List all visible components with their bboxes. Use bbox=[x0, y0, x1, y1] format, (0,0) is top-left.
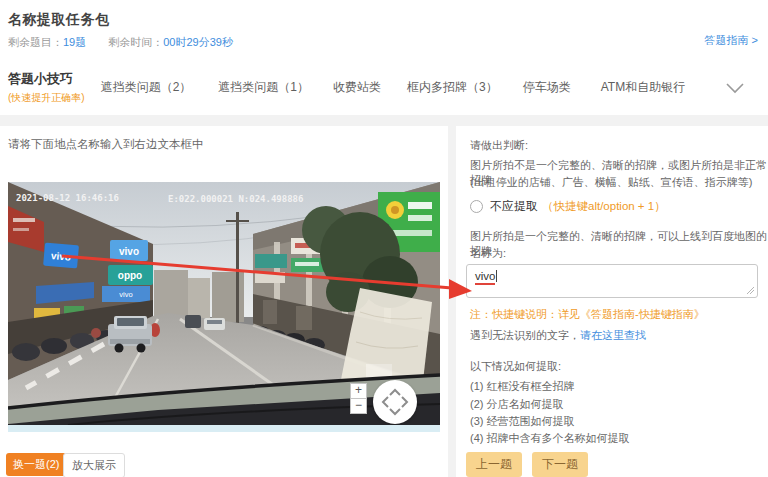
tab-toll-station[interactable]: 收费站类 bbox=[333, 79, 381, 96]
enlarge-button[interactable]: 放大展示 bbox=[63, 453, 125, 477]
pan-control[interactable] bbox=[373, 380, 417, 424]
svg-text:oppo: oppo bbox=[118, 270, 142, 281]
vivo-sign-1: vivo bbox=[43, 243, 79, 269]
faq-item-1[interactable]: (1) 红框没有框全招牌 bbox=[470, 379, 575, 394]
svg-text:vivo: vivo bbox=[119, 246, 139, 257]
photo-bottom-strip bbox=[8, 425, 440, 432]
lookup-text: 遇到无法识别的文字， bbox=[470, 329, 580, 341]
judgement-panel: 请做出判断: 图片所拍不是一个完整的、清晰的招牌，或图片所拍是非正常招牌 (出租… bbox=[456, 126, 768, 477]
resize-handle-icon[interactable] bbox=[746, 286, 755, 295]
task-instruction: 请将下面地点名称输入到右边文本框中 bbox=[8, 137, 204, 152]
page-title: 名称提取任务包 bbox=[8, 11, 110, 29]
tab-occlusion-2[interactable]: 遮挡类问题（2） bbox=[101, 79, 192, 96]
dashcam-timestamp: 2021-08-12 16:46:16 bbox=[16, 193, 119, 203]
tab-multi-signboard[interactable]: 框内多招牌（3） bbox=[407, 79, 498, 96]
remaining-value: 19题 bbox=[63, 36, 86, 48]
remaining-label: 剩余题目： bbox=[8, 36, 63, 48]
pan-left-icon bbox=[383, 397, 388, 407]
faq-item-4[interactable]: (4) 招牌中含有多个名称如何提取 bbox=[470, 431, 630, 446]
lookup-line: 遇到无法识别的文字，请在这里查找 bbox=[470, 328, 646, 343]
time-label: 剩余时间： bbox=[108, 36, 163, 48]
svg-text:vivo: vivo bbox=[119, 290, 132, 299]
tab-parking[interactable]: 停车场类 bbox=[523, 79, 571, 96]
vivo-sign-2: vivo bbox=[110, 240, 148, 261]
time-value: 00时29分39秒 bbox=[163, 36, 233, 48]
prev-question-button[interactable]: 上一题 bbox=[466, 452, 522, 477]
option1-desc-line2: (出租停业的店铺、广告、横幅、贴纸、宣传语、指示牌等) bbox=[470, 175, 752, 190]
signboard-name-value: vivo bbox=[475, 270, 495, 285]
task-stats: 剩余题目：19题剩余时间：00时29分39秒 bbox=[8, 35, 233, 50]
pan-down-icon bbox=[390, 409, 400, 414]
answer-guide-link[interactable]: 答题指南 > bbox=[705, 33, 758, 48]
tip-tabbar: 答题小技巧 (快速提升正确率) 遮挡类问题（2） 遮挡类问题（1） 收费站类 框… bbox=[8, 60, 760, 115]
tab-answer-tips-subtitle: (快速提升正确率) bbox=[8, 91, 85, 105]
pan-up-icon bbox=[390, 390, 400, 395]
zoom-out-button[interactable]: − bbox=[350, 398, 367, 414]
faq-item-3[interactable]: (3) 经营范围如何提取 bbox=[470, 414, 575, 429]
no-extract-label[interactable]: 不应提取 bbox=[490, 199, 538, 214]
signboard-name-input[interactable]: vivo bbox=[466, 264, 758, 298]
tab-occlusion-1[interactable]: 遮挡类问题（1） bbox=[218, 79, 309, 96]
lookup-link[interactable]: 请在这里查找 bbox=[580, 329, 646, 341]
tab-answer-tips-label: 答题小技巧 bbox=[8, 70, 85, 88]
judge-title: 请做出判断: bbox=[470, 138, 528, 153]
option2-desc-line2: 名称为: bbox=[470, 246, 506, 261]
faq-title: 以下情况如何提取: bbox=[470, 359, 561, 374]
chevron-down-icon[interactable] bbox=[724, 81, 746, 95]
change-question-button[interactable]: 换一题(2) bbox=[6, 453, 66, 476]
no-extract-radio[interactable] bbox=[470, 200, 483, 213]
vivo-sign-3: vivo bbox=[102, 286, 150, 302]
street-photo[interactable]: vivo vivo oppo vivo bbox=[8, 182, 440, 425]
tab-atm-bank[interactable]: ATM和自助银行 bbox=[601, 79, 685, 96]
zoom-controls: + − bbox=[350, 383, 367, 414]
pan-right-icon bbox=[402, 397, 407, 407]
faq-item-2[interactable]: (2) 分店名如何提取 bbox=[470, 397, 564, 412]
svg-text:vivo: vivo bbox=[51, 250, 72, 263]
tab-answer-tips[interactable]: 答题小技巧 (快速提升正确率) bbox=[8, 70, 85, 105]
text-caret bbox=[496, 270, 497, 282]
zoom-in-button[interactable]: + bbox=[350, 383, 367, 399]
option1-row: 不应提取 （快捷键alt/option + 1） bbox=[470, 199, 666, 214]
oppo-sign: oppo bbox=[108, 265, 153, 285]
task-panel: 请将下面地点名称输入到右边文本框中 bbox=[0, 126, 448, 477]
hotkey-note: 注：快捷键说明：详见《答题指南-快捷键指南》 bbox=[470, 307, 705, 322]
next-question-button[interactable]: 下一题 bbox=[532, 452, 588, 477]
no-extract-hotkey: （快捷键alt/option + 1） bbox=[542, 199, 666, 214]
option2-desc-line1: 图片所拍是一个完整的、清晰的招牌，可以上线到百度地图的招牌 bbox=[470, 229, 768, 259]
dashcam-gps: E:022.000021 N:024.498886 bbox=[168, 194, 303, 204]
